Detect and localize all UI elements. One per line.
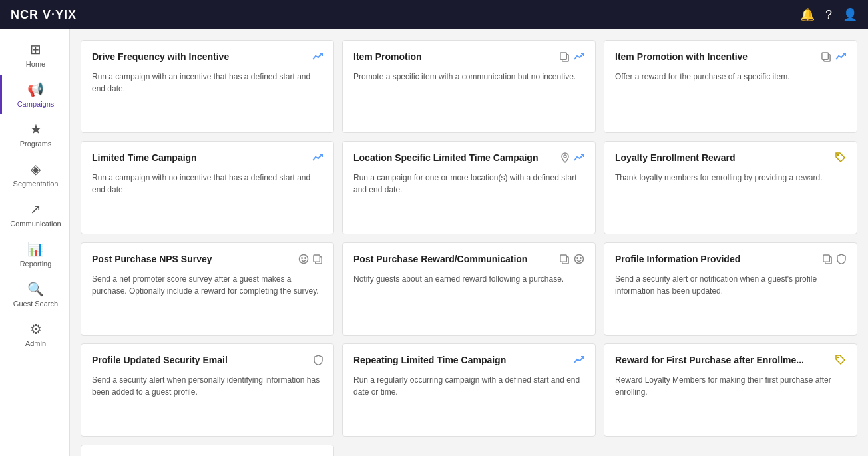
card-description: Offer a reward for the purchase of a spe… — [615, 71, 846, 122]
card-description: Send a security alert or notification wh… — [615, 273, 846, 324]
card-icon-group — [835, 152, 846, 165]
sidebar-item-label: Programs — [20, 140, 52, 148]
tag-icon — [835, 355, 846, 367]
sidebar-item-segmentation[interactable]: ◈ Segmentation — [0, 154, 69, 194]
card-repeating-limited-time[interactable]: Repeating Limited Time Campaign Run a re… — [342, 343, 596, 437]
sidebar-item-label: Segmentation — [13, 180, 59, 188]
card-drive-frequency[interactable]: Drive Frequency with Incentive Run a cam… — [81, 40, 334, 133]
chart-up-icon — [312, 51, 323, 64]
reporting-icon: 📊 — [27, 241, 44, 257]
svg-point-8 — [305, 258, 306, 259]
sidebar-item-label: Communication — [10, 220, 61, 228]
svg-point-15 — [580, 258, 582, 259]
svg-point-18 — [837, 357, 839, 358]
home-icon: ⊞ — [30, 41, 41, 57]
card-icon-group — [560, 254, 584, 266]
svg-rect-1 — [560, 52, 566, 59]
card-reward-item-purchase[interactable]: Reward for Item Purchase — [81, 445, 334, 456]
location-icon — [560, 152, 570, 165]
card-reward-first-purchase[interactable]: Reward for First Purchase after Enrollme… — [604, 343, 857, 437]
svg-point-5 — [837, 154, 839, 156]
card-limited-time[interactable]: Limited Time Campaign Run a campaign wit… — [81, 141, 334, 234]
svg-rect-10 — [314, 254, 320, 261]
smile-icon — [298, 254, 309, 266]
sidebar-item-communication[interactable]: ↗ Communication — [0, 194, 69, 234]
card-description: Notify guests about an earned reward fol… — [353, 273, 584, 324]
card-icon-group — [574, 355, 584, 367]
card-title: Profile Information Provided — [615, 254, 823, 264]
sidebar-item-label: Reporting — [20, 260, 52, 268]
sidebar-item-admin[interactable]: ⚙ Admin — [0, 314, 69, 354]
shield-icon — [314, 355, 323, 367]
card-icon-group — [821, 51, 846, 64]
copy-icon — [823, 254, 833, 266]
card-header: Repeating Limited Time Campaign — [353, 355, 584, 367]
tag-icon — [835, 152, 846, 165]
card-header: Profile Information Provided — [615, 254, 846, 266]
svg-rect-17 — [823, 254, 829, 261]
card-icon-group — [312, 152, 323, 165]
smile-icon — [574, 254, 584, 266]
card-item-promotion[interactable]: Item Promotion Promote a specific item w… — [342, 40, 596, 133]
card-profile-updated-security[interactable]: Profile Updated Security Email Send a se… — [81, 343, 334, 437]
cards-grid: Drive Frequency with Incentive Run a cam… — [81, 40, 857, 456]
user-avatar-icon[interactable]: 👤 — [843, 7, 857, 22]
sidebar-item-reporting[interactable]: 📊 Reporting — [0, 234, 69, 274]
svg-point-7 — [302, 258, 303, 259]
card-loyalty-enrollment[interactable]: Loyalty Enrollment Reward Thank loyalty … — [604, 141, 857, 234]
chart-up-icon — [312, 152, 323, 165]
help-icon[interactable]: ? — [825, 8, 832, 22]
card-header: Location Specific Limited Time Campaign — [353, 152, 584, 165]
card-header: Post Purchase NPS Survey — [92, 254, 323, 266]
programs-icon: ★ — [30, 121, 42, 137]
card-description: Run a regularly occurring campaign with … — [353, 374, 584, 425]
sidebar-item-guest-search[interactable]: 🔍 Guest Search — [0, 274, 69, 314]
sidebar-item-label: Home — [26, 60, 45, 68]
copy-icon — [560, 254, 570, 266]
sidebar: ⊞ Home 📢 Campaigns ★ Programs ◈ Segmenta… — [0, 29, 70, 456]
card-description: Send a net promoter score survey after a… — [92, 273, 323, 324]
svg-rect-3 — [822, 52, 828, 59]
sidebar-item-label: Admin — [25, 340, 46, 347]
app-logo: NCR V·YIX — [11, 8, 77, 22]
chart-up-icon — [574, 355, 584, 367]
content-area: Drive Frequency with Incentive Run a cam… — [70, 29, 868, 456]
card-icon-group — [298, 254, 323, 266]
card-description: Run a campaign with no incentive that ha… — [92, 172, 323, 223]
communication-icon: ↗ — [30, 201, 41, 217]
card-icon-group — [560, 152, 584, 165]
copy-icon — [560, 52, 570, 64]
card-item-promotion-incentive[interactable]: Item Promotion with Incentive Offer a re… — [604, 40, 857, 133]
card-header: Loyalty Enrollment Reward — [615, 152, 846, 165]
card-post-purchase-reward[interactable]: Post Purchase Reward/Communication Notif… — [342, 242, 596, 336]
sidebar-item-campaigns[interactable]: 📢 Campaigns — [0, 75, 69, 114]
campaigns-icon: 📢 — [27, 81, 44, 97]
card-title: Drive Frequency with Incentive — [92, 51, 312, 62]
card-post-purchase-nps[interactable]: Post Purchase NPS Survey Send a net prom… — [81, 242, 334, 336]
card-header: Item Promotion with Incentive — [615, 51, 846, 64]
card-description: Thank loyalty members for enrolling by p… — [615, 172, 846, 223]
card-icon-group — [835, 355, 846, 367]
sidebar-item-programs[interactable]: ★ Programs — [0, 114, 69, 154]
chart-up-icon — [574, 152, 584, 165]
chart-up-icon — [574, 51, 584, 64]
chart-up-icon — [835, 51, 846, 64]
admin-icon: ⚙ — [30, 321, 42, 337]
segmentation-icon: ◈ — [31, 161, 41, 177]
card-header: Profile Updated Security Email — [92, 355, 323, 367]
guest-search-icon: 🔍 — [27, 281, 44, 297]
card-description: Promote a specific item with a communica… — [353, 71, 584, 122]
card-description: Send a security alert when personally id… — [92, 374, 323, 425]
notifications-icon[interactable]: 🔔 — [800, 7, 815, 22]
main-layout: ⊞ Home 📢 Campaigns ★ Programs ◈ Segmenta… — [0, 29, 868, 456]
card-header: Post Purchase Reward/Communication — [353, 254, 584, 266]
card-title: Repeating Limited Time Campaign — [353, 355, 574, 365]
svg-point-13 — [575, 255, 584, 264]
card-description: Run a campaign with an incentive that ha… — [92, 71, 323, 122]
card-icon-group — [560, 51, 584, 64]
svg-point-14 — [577, 258, 578, 259]
card-location-specific[interactable]: Location Specific Limited Time Campaign … — [342, 141, 596, 234]
card-profile-information[interactable]: Profile Information Provided Send a secu… — [604, 242, 857, 336]
sidebar-item-home[interactable]: ⊞ Home — [0, 35, 69, 75]
card-title: Reward for First Purchase after Enrollme… — [615, 355, 835, 365]
